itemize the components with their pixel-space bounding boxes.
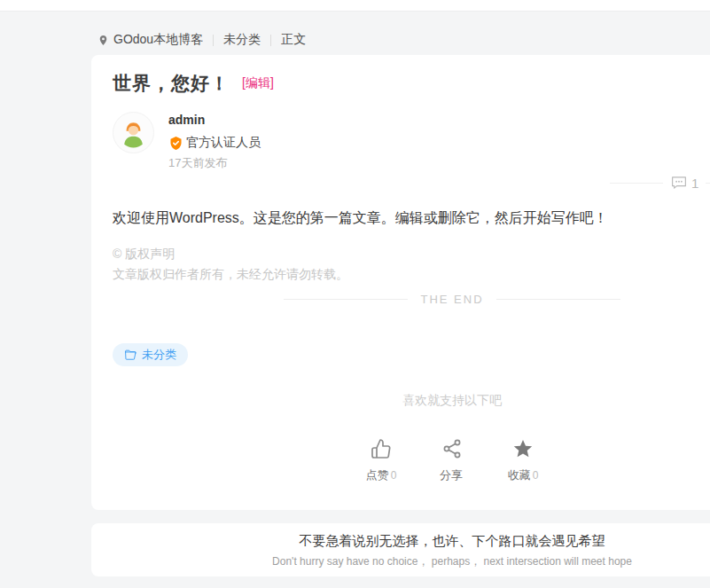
divider-line (610, 183, 663, 184)
author-meta: admin 官方认证人员 17天前发布 (168, 112, 261, 171)
author-name[interactable]: admin (168, 113, 261, 127)
end-divider: THE END (284, 293, 620, 306)
end-label: THE END (420, 293, 483, 306)
breadcrumb-site[interactable]: GOdou本地博客 (113, 32, 203, 48)
breadcrumb-category[interactable]: 未分类 (223, 32, 261, 48)
verified-badge: 官方认证人员 (168, 135, 261, 151)
star-icon (512, 436, 534, 459)
like-count: 0 (391, 469, 397, 482)
favorite-count: 0 (533, 469, 539, 482)
action-bar: 点赞0 分享 收藏0 (113, 436, 710, 483)
divider-line (706, 183, 710, 184)
breadcrumb-separator (270, 35, 271, 46)
footer-card: 不要急着说别无选择，也许、下个路口就会遇见希望 Don't hurry say … (91, 523, 710, 576)
breadcrumb: GOdou本地博客 未分类 正文 (98, 32, 306, 48)
like-label: 点赞 (366, 467, 389, 483)
edit-post-link[interactable]: [编辑] (242, 75, 274, 91)
favorite-button[interactable]: 收藏0 (488, 436, 558, 483)
copyright-title: © 版权声明 (113, 244, 348, 264)
badge-label: 官方认证人员 (186, 135, 261, 151)
breadcrumb-current: 正文 (281, 32, 306, 48)
favorite-label: 收藏 (508, 467, 531, 483)
share-label: 分享 (440, 467, 463, 483)
top-bar (0, 0, 710, 12)
category-tag[interactable]: 未分类 (113, 343, 188, 366)
comment-count: 1 (691, 176, 698, 191)
copyright-notice: © 版权声明 文章版权归作者所有，未经允许请勿转载。 (113, 244, 348, 285)
tag-label: 未分类 (142, 347, 176, 363)
publish-time: 17天前发布 (168, 155, 261, 171)
thumb-up-icon (371, 436, 392, 459)
post-title: 世界，您好！ (113, 71, 230, 96)
like-button[interactable]: 点赞0 (346, 436, 417, 483)
folder-icon (124, 349, 137, 361)
footer-quote-en: Don't hurry say have no choice， perhaps，… (91, 554, 710, 569)
avatar[interactable] (113, 112, 154, 153)
breadcrumb-separator (213, 35, 214, 46)
comment-counter[interactable]: 1 (610, 175, 710, 191)
footer-quote-zh: 不要急着说别无选择，也许、下个路口就会遇见希望 (91, 533, 710, 550)
copyright-text: 文章版权归作者所有，未经允许请勿转载。 (113, 264, 348, 285)
divider-line (284, 299, 408, 300)
support-hint: 喜欢就支持以下吧 (113, 393, 710, 409)
location-pin-icon (98, 34, 109, 47)
post-body: 欢迎使用WordPress。这是您的第一篇文章。编辑或删除它，然后开始写作吧！ (113, 207, 710, 230)
shield-check-icon (168, 136, 183, 151)
divider-line (496, 299, 620, 300)
post-title-row: 世界，您好！ [编辑] (113, 71, 274, 96)
page: GOdou本地博客 未分类 正文 世界，您好！ [编辑] admin (0, 0, 710, 588)
share-button[interactable]: 分享 (417, 436, 488, 483)
author-info: admin 官方认证人员 17天前发布 (113, 112, 261, 171)
post-card: 世界，您好！ [编辑] admin (91, 55, 710, 510)
share-icon (441, 436, 463, 459)
comment-bubble-icon (670, 175, 688, 191)
